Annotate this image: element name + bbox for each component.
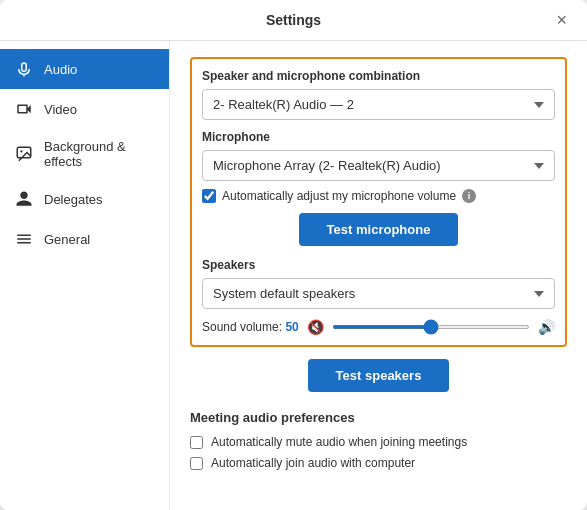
sidebar-item-delegates[interactable]: Delegates xyxy=(0,179,169,219)
pref-mute-checkbox[interactable] xyxy=(190,436,203,449)
meeting-prefs-section: Meeting audio preferences Automatically … xyxy=(190,410,567,470)
sidebar-delegates-label: Delegates xyxy=(44,192,103,207)
speakers-label: Speakers xyxy=(202,258,555,272)
pref-mute-row: Automatically mute audio when joining me… xyxy=(190,435,567,449)
test-microphone-button[interactable]: Test microphone xyxy=(299,213,459,246)
sidebar: Audio Video Background & effects Delegat… xyxy=(0,41,170,510)
volume-number: 50 xyxy=(285,320,298,334)
auto-adjust-checkbox[interactable] xyxy=(202,189,216,203)
volume-max-icon: 🔊 xyxy=(538,319,555,335)
microphone-label: Microphone xyxy=(202,130,555,144)
volume-mute-icon: 🔇 xyxy=(307,319,324,335)
info-icon[interactable]: i xyxy=(462,189,476,203)
microphone-select[interactable]: Microphone Array (2- Realtek(R) Audio) xyxy=(202,150,555,181)
auto-adjust-row: Automatically adjust my microphone volum… xyxy=(202,189,555,203)
sidebar-item-audio[interactable]: Audio xyxy=(0,49,169,89)
pref-join-label[interactable]: Automatically join audio with computer xyxy=(211,456,415,470)
test-speakers-button[interactable]: Test speakers xyxy=(308,359,450,392)
volume-text-label: Sound volume: 50 xyxy=(202,320,299,334)
pref-mute-label[interactable]: Automatically mute audio when joining me… xyxy=(211,435,467,449)
meeting-prefs-title: Meeting audio preferences xyxy=(190,410,567,425)
microphone-section: Microphone Microphone Array (2- Realtek(… xyxy=(202,130,555,246)
volume-row: Sound volume: 50 🔇 🔊 xyxy=(202,319,555,335)
delegates-icon xyxy=(14,189,34,209)
video-icon xyxy=(14,99,34,119)
sidebar-video-label: Video xyxy=(44,102,77,117)
svg-point-1 xyxy=(20,150,22,152)
volume-slider[interactable] xyxy=(332,325,530,329)
main-panel: Speaker and microphone combination 2- Re… xyxy=(170,41,587,510)
speaker-mic-label: Speaker and microphone combination xyxy=(202,69,555,83)
sidebar-general-label: General xyxy=(44,232,90,247)
close-button[interactable]: × xyxy=(550,9,573,31)
sidebar-audio-label: Audio xyxy=(44,62,77,77)
window-title: Settings xyxy=(266,12,321,28)
auto-adjust-label[interactable]: Automatically adjust my microphone volum… xyxy=(222,189,456,203)
sidebar-item-background[interactable]: Background & effects xyxy=(0,129,169,179)
sidebar-item-video[interactable]: Video xyxy=(0,89,169,129)
speakers-section: Speakers System default speakers Sound v… xyxy=(202,258,555,335)
background-icon xyxy=(14,144,34,164)
speaker-mic-select[interactable]: 2- Realtek(R) Audio — 2 xyxy=(202,89,555,120)
speakers-select[interactable]: System default speakers xyxy=(202,278,555,309)
pref-join-checkbox[interactable] xyxy=(190,457,203,470)
general-icon xyxy=(14,229,34,249)
sidebar-background-label: Background & effects xyxy=(44,139,155,169)
audio-icon xyxy=(14,59,34,79)
content-area: Audio Video Background & effects Delegat… xyxy=(0,41,587,510)
speaker-mic-section: Speaker and microphone combination 2- Re… xyxy=(190,57,567,347)
pref-join-row: Automatically join audio with computer xyxy=(190,456,567,470)
title-bar: Settings × xyxy=(0,0,587,41)
settings-window: Settings × Audio Video Background xyxy=(0,0,587,510)
sidebar-item-general[interactable]: General xyxy=(0,219,169,259)
